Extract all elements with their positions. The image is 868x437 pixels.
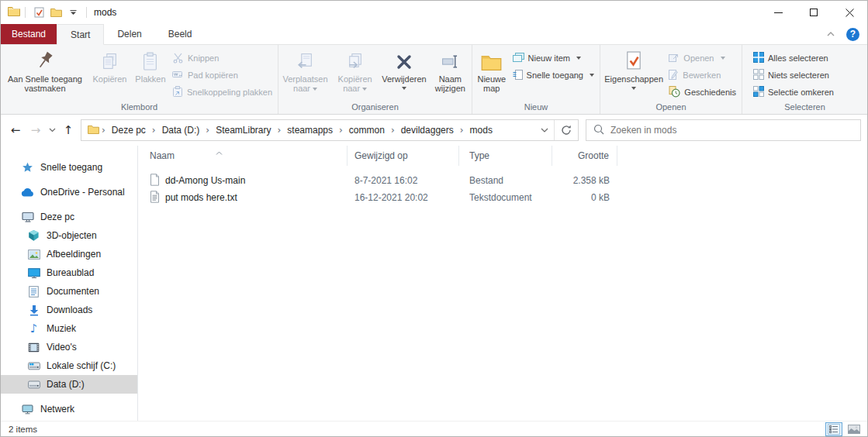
qat-properties-button[interactable] <box>30 3 47 22</box>
qat-new-folder-button[interactable] <box>47 3 64 22</box>
select-all-button[interactable]: Alles selecteren <box>751 50 839 67</box>
breadcrumb-steamapps[interactable]: steamapps <box>282 120 338 140</box>
file-row-dd-among-us[interactable]: dd-Among Us-main 8-7-2021 16:02 Bestand … <box>138 172 867 189</box>
column-header-modified[interactable]: Gewijzigd op <box>348 146 459 166</box>
sidebar-item-music[interactable]: ♪ Muziek <box>1 319 137 338</box>
view-switcher <box>825 422 863 436</box>
close-button[interactable] <box>832 1 867 24</box>
breadcrumb-steamlibrary[interactable]: SteamLibrary <box>210 120 276 140</box>
column-header-type[interactable]: Type <box>459 146 552 166</box>
properties-button[interactable]: Eigenschappen <box>601 46 666 102</box>
dropdown-icon <box>721 57 725 60</box>
sidebar-item-quick-access[interactable]: Snelle toegang <box>1 158 137 177</box>
column-header-size[interactable]: Grootte <box>552 146 617 166</box>
copy-path-button[interactable]: Pad kopiëren <box>170 67 277 84</box>
tab-bestand[interactable]: Bestand <box>1 24 57 44</box>
sidebar-item-downloads[interactable]: Downloads <box>1 301 137 319</box>
delete-button[interactable]: Verwijderen <box>379 46 429 102</box>
new-item-button[interactable]: Nieuw item <box>510 50 599 67</box>
paste-shortcut-button[interactable]: Snelkoppeling plakken <box>170 84 277 101</box>
column-headers: Naam Gewijzigd op Type Grootte <box>138 146 867 166</box>
thumbnails-view-button[interactable] <box>846 422 863 436</box>
onedrive-cloud-icon <box>21 188 34 197</box>
rename-icon <box>441 50 460 71</box>
close-icon <box>846 9 854 17</box>
breadcrumb-devildaggers[interactable]: devildaggers <box>396 120 459 140</box>
help-button[interactable]: ? <box>846 28 859 41</box>
tab-delen[interactable]: Delen <box>104 24 154 44</box>
breadcrumb-data-d[interactable]: Data (D:) <box>157 120 206 140</box>
dropdown-icon <box>576 57 581 60</box>
open-button[interactable]: Openen <box>666 50 741 67</box>
quick-access-button[interactable]: Snelle toegang <box>510 67 599 84</box>
details-view-button[interactable] <box>825 422 842 436</box>
tab-beeld[interactable]: Beeld <box>155 24 206 44</box>
delete-x-icon <box>395 50 413 71</box>
rename-button[interactable]: Naam wijzigen <box>430 46 471 102</box>
tab-start[interactable]: Start <box>57 24 104 45</box>
copy-to-button[interactable]: Kopiëren naar <box>331 46 379 102</box>
history-clock-icon <box>669 86 680 99</box>
search-box <box>586 119 861 141</box>
sidebar-item-desktop[interactable]: Bureaublad <box>1 263 137 282</box>
sidebar-item-pictures[interactable]: Afbeeldingen <box>1 245 137 263</box>
ribbon-collapse-button[interactable] <box>823 26 839 42</box>
maximize-button[interactable] <box>796 1 832 24</box>
search-input[interactable] <box>610 125 853 136</box>
up-button[interactable]: ↑ <box>58 120 78 140</box>
crumb-separator: › <box>277 125 282 136</box>
drive-d-icon <box>27 380 40 389</box>
sort-ascending-icon <box>216 146 223 157</box>
recent-locations-button[interactable] <box>46 120 58 140</box>
downloads-arrow-icon <box>27 305 40 316</box>
crumb-separator: › <box>459 125 465 136</box>
history-button[interactable]: Geschiedenis <box>666 84 741 101</box>
pictures-icon <box>27 249 40 260</box>
sidebar-item-onedrive[interactable]: OneDrive - Personal <box>1 183 137 201</box>
minimize-button[interactable] <box>760 1 796 24</box>
group-label-organize: Organiseren <box>279 102 471 114</box>
file-row-put-mods-here[interactable]: put mods here.txt 16-12-2021 20:02 Tekst… <box>138 189 867 206</box>
select-none-button[interactable]: Niets selecteren <box>751 67 839 84</box>
move-to-icon <box>296 50 315 71</box>
forward-button[interactable]: → <box>26 120 46 140</box>
pin-to-quick-access-button[interactable]: Aan Snelle toegang vastmaken <box>2 46 88 102</box>
sidebar-item-3d-objects[interactable]: 3D-objecten <box>1 226 137 245</box>
group-label-open: Openen <box>601 102 741 114</box>
paste-button[interactable]: Plakken <box>131 46 170 102</box>
invert-selection-button[interactable]: Selectie omkeren <box>751 84 839 101</box>
copy-to-icon <box>345 50 365 71</box>
move-to-button[interactable]: Verplaatsen naar <box>279 46 331 102</box>
paste-icon <box>140 50 160 71</box>
column-header-name[interactable]: Naam <box>138 146 348 166</box>
sidebar-item-documents[interactable]: Documenten <box>1 282 137 301</box>
sidebar-item-network[interactable]: Netwerk <box>1 400 137 418</box>
cut-button[interactable]: Knippen <box>170 50 277 67</box>
crumb-separator: › <box>205 125 210 136</box>
dropdown-icon <box>313 88 317 91</box>
sidebar-item-videos[interactable]: Video's <box>1 338 137 356</box>
qat-customize-button[interactable] <box>64 3 81 22</box>
address-bar[interactable]: › Deze pc › Data (D:) › SteamLibrary › s… <box>81 119 579 141</box>
refresh-button[interactable] <box>555 120 578 140</box>
new-folder-button[interactable]: Nieuwe map <box>473 46 510 102</box>
crumb-separator: › <box>338 125 344 136</box>
pin-icon <box>36 50 54 71</box>
3d-cube-icon <box>27 229 40 242</box>
breadcrumb-deze-pc[interactable]: Deze pc <box>106 120 151 140</box>
status-bar: 2 items <box>1 421 867 436</box>
copy-icon <box>100 50 119 71</box>
sidebar-item-data-d[interactable]: Data (D:) <box>1 375 137 394</box>
sidebar-item-local-disk-c[interactable]: Lokale schijf (C:) <box>1 356 137 375</box>
details-view-icon <box>828 424 840 435</box>
dropdown-icon <box>590 74 594 77</box>
address-dropdown-button[interactable] <box>535 120 554 140</box>
dropdown-icon <box>402 87 406 90</box>
documents-icon <box>27 286 40 298</box>
breadcrumb-mods[interactable]: mods <box>465 120 498 140</box>
edit-button[interactable]: Bewerken <box>666 67 741 84</box>
breadcrumb-common[interactable]: common <box>344 120 390 140</box>
back-button[interactable]: ← <box>5 120 26 140</box>
sidebar-item-this-pc[interactable]: Deze pc <box>1 208 137 226</box>
copy-button[interactable]: Kopiëren <box>88 46 131 102</box>
